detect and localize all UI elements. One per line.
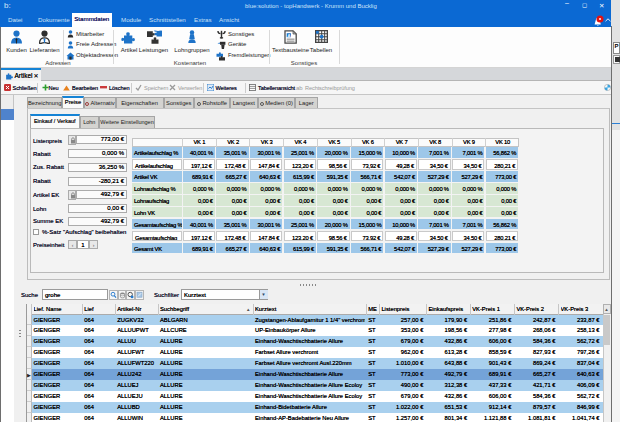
svg-text:A: A (287, 32, 290, 37)
svg-text:ab: ab (296, 85, 303, 91)
